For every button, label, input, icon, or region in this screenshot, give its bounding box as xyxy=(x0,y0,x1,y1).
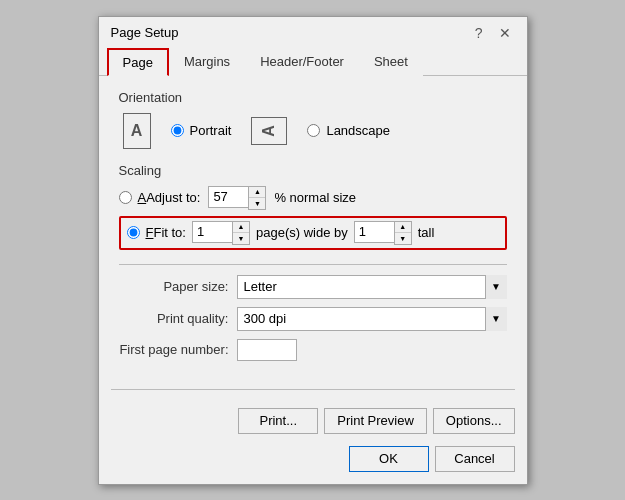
adjust-option[interactable]: AAdjust to: xyxy=(119,190,201,205)
fit-tall-up-btn[interactable]: ▲ xyxy=(395,222,411,233)
button-row-2: OK Cancel xyxy=(99,446,527,484)
fit-tall-input[interactable]: 1 xyxy=(354,221,394,243)
divider-2 xyxy=(111,389,515,390)
cancel-button[interactable]: Cancel xyxy=(435,446,515,472)
tab-sheet[interactable]: Sheet xyxy=(359,48,423,76)
adjust-input[interactable]: 57 xyxy=(208,186,248,208)
landscape-icon xyxy=(251,117,287,145)
fit-wide-down-btn[interactable]: ▼ xyxy=(233,233,249,244)
first-page-input[interactable]: Auto xyxy=(237,339,297,361)
ok-button[interactable]: OK xyxy=(349,446,429,472)
close-button[interactable]: ✕ xyxy=(495,25,515,41)
fit-tall-down-btn[interactable]: ▼ xyxy=(395,233,411,244)
print-quality-label: Print quality: xyxy=(119,311,229,326)
orientation-row: Portrait Landscape xyxy=(119,113,507,149)
paper-size-select[interactable]: Letter A4 Legal A3 xyxy=(237,275,507,299)
adjust-down-btn[interactable]: ▼ xyxy=(249,198,265,209)
fit-suffix-text: tall xyxy=(418,225,435,240)
adjust-label: AAdjust to: xyxy=(138,190,201,205)
print-quality-select[interactable]: 300 dpi 600 dpi 1200 dpi xyxy=(237,307,507,331)
title-bar-controls: ? ✕ xyxy=(471,25,515,41)
adjust-spinners: ▲ ▼ xyxy=(248,186,266,210)
portrait-label: Portrait xyxy=(190,123,232,138)
paper-size-row: Paper size: Letter A4 Legal A3 ▼ xyxy=(119,275,507,299)
print-quality-row: Print quality: 300 dpi 600 dpi 1200 dpi … xyxy=(119,307,507,331)
landscape-option[interactable]: Landscape xyxy=(307,123,390,138)
tab-content: Orientation Portrait Landscape S xyxy=(99,76,527,379)
fit-label: FFit to: xyxy=(146,225,186,240)
help-button[interactable]: ? xyxy=(471,25,487,41)
tab-bar: Page Margins Header/Footer Sheet xyxy=(99,47,527,76)
print-quality-dropdown-wrapper: 300 dpi 600 dpi 1200 dpi ▼ xyxy=(237,307,507,331)
page-setup-dialog: Page Setup ? ✕ Page Margins Header/Foote… xyxy=(98,16,528,485)
landscape-label: Landscape xyxy=(326,123,390,138)
scaling-section: Scaling AAdjust to: 57 ▲ ▼ % normal size xyxy=(119,163,507,250)
landscape-radio[interactable] xyxy=(307,124,320,137)
first-page-label: First page number: xyxy=(119,342,229,357)
portrait-radio[interactable] xyxy=(171,124,184,137)
fit-to-row: FFit to: 1 ▲ ▼ page(s) wide by 1 ▲ ▼ xyxy=(119,216,507,250)
tab-margins[interactable]: Margins xyxy=(169,48,245,76)
adjust-suffix: % normal size xyxy=(274,190,356,205)
dialog-title: Page Setup xyxy=(111,25,179,40)
tab-header-footer[interactable]: Header/Footer xyxy=(245,48,359,76)
button-row-1: Print... Print Preview Options... xyxy=(99,400,527,446)
options-button[interactable]: Options... xyxy=(433,408,515,434)
tab-page[interactable]: Page xyxy=(107,48,169,76)
divider-1 xyxy=(119,264,507,265)
paper-size-dropdown-wrapper: Letter A4 Legal A3 ▼ xyxy=(237,275,507,299)
orientation-section: Orientation Portrait Landscape xyxy=(119,90,507,149)
adjust-radio[interactable] xyxy=(119,191,132,204)
fit-middle-text: page(s) wide by xyxy=(256,225,348,240)
fit-wide-spinners: ▲ ▼ xyxy=(232,221,250,245)
portrait-option[interactable]: Portrait xyxy=(171,123,232,138)
fit-wide-input[interactable]: 1 xyxy=(192,221,232,243)
title-bar: Page Setup ? ✕ xyxy=(99,17,527,45)
fit-wide-up-btn[interactable]: ▲ xyxy=(233,222,249,233)
fit-option[interactable]: FFit to: xyxy=(127,225,186,240)
fit-radio[interactable] xyxy=(127,226,140,239)
portrait-icon xyxy=(123,113,151,149)
fit-tall-spinner: 1 ▲ ▼ xyxy=(354,221,412,245)
adjust-row: AAdjust to: 57 ▲ ▼ % normal size xyxy=(119,186,507,210)
print-button[interactable]: Print... xyxy=(238,408,318,434)
scaling-label: Scaling xyxy=(119,163,507,178)
orientation-label: Orientation xyxy=(119,90,507,105)
first-page-row: First page number: Auto xyxy=(119,339,507,361)
adjust-up-btn[interactable]: ▲ xyxy=(249,187,265,198)
print-preview-button[interactable]: Print Preview xyxy=(324,408,427,434)
paper-size-label: Paper size: xyxy=(119,279,229,294)
fit-wide-spinner: 1 ▲ ▼ xyxy=(192,221,250,245)
adjust-spinner-group: 57 ▲ ▼ xyxy=(208,186,266,210)
fit-tall-spinners: ▲ ▼ xyxy=(394,221,412,245)
